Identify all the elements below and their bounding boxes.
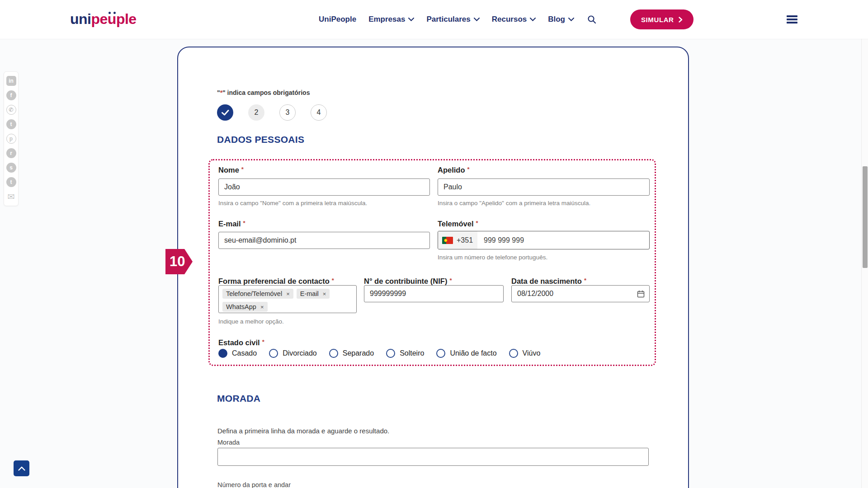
facebook-share-icon[interactable]: f bbox=[6, 90, 16, 100]
contacto-multiselect[interactable]: Telefone/Telemóvel × E-mail × WhatsApp × bbox=[218, 285, 357, 313]
calendar-icon[interactable] bbox=[637, 290, 645, 298]
apelido-label: Apelido* bbox=[438, 166, 470, 174]
nif-input[interactable] bbox=[364, 285, 504, 302]
radio-icon[interactable] bbox=[386, 349, 395, 358]
chevron-down-icon bbox=[530, 18, 536, 21]
main-navigation: UniPeople Empresas Particulares Recursos… bbox=[319, 0, 596, 39]
telemovel-label: Telemóvel* bbox=[438, 220, 478, 228]
radio-solteiro[interactable]: Solteiro bbox=[386, 349, 424, 358]
radio-icon[interactable] bbox=[269, 349, 278, 358]
section-title-dados-pessoais: DADOS PESSOAIS bbox=[217, 134, 304, 145]
telemovel-helper: Insira um número de telefone português. bbox=[438, 254, 547, 261]
step-2[interactable]: 2 bbox=[248, 104, 264, 121]
radio-divorciado[interactable]: Divorciado bbox=[269, 349, 317, 358]
scroll-to-top-button[interactable] bbox=[14, 460, 29, 476]
chip-telefone-telemovel: Telefone/Telemóvel × bbox=[222, 289, 293, 299]
skype-share-icon[interactable]: s bbox=[6, 163, 16, 173]
apelido-helper: Insira o campo "Apelido" com a primeira … bbox=[438, 200, 590, 206]
logo-smiley-u: u bbox=[108, 11, 116, 27]
morada-label: Morada bbox=[217, 439, 240, 446]
morada-input[interactable] bbox=[217, 448, 649, 466]
chevron-down-icon bbox=[408, 18, 414, 21]
highlighted-fields-region: Nome* Apelido* Insira o campo "Nome" com… bbox=[208, 159, 656, 366]
remove-chip-icon[interactable]: × bbox=[323, 291, 326, 297]
wizard-steps: 2 3 4 bbox=[217, 104, 327, 121]
nome-helper: Insira o campo "Nome" com a primeira let… bbox=[218, 200, 367, 206]
step-4[interactable]: 4 bbox=[311, 104, 327, 121]
email-label: E-mail* bbox=[218, 220, 245, 228]
apelido-input[interactable] bbox=[438, 178, 650, 196]
search-icon[interactable] bbox=[587, 15, 596, 24]
remove-chip-icon[interactable]: × bbox=[286, 291, 290, 297]
nome-input[interactable] bbox=[218, 178, 430, 196]
nav-item-empresas[interactable]: Empresas bbox=[368, 15, 414, 24]
nav-item-blog[interactable]: Blog bbox=[548, 15, 574, 24]
contacto-helper: Indique a melhor opção. bbox=[218, 318, 284, 325]
whatsapp-share-icon[interactable]: ✆ bbox=[6, 105, 16, 115]
telemovel-input[interactable] bbox=[477, 236, 649, 244]
tumblr-share-icon[interactable]: t bbox=[6, 177, 16, 187]
nome-label: Nome* bbox=[218, 166, 244, 174]
chevron-down-icon bbox=[568, 18, 574, 21]
unipeople-logo[interactable]: unipeuple bbox=[70, 11, 137, 28]
nif-label: N° de contribuinte (NIF)* bbox=[364, 277, 452, 286]
porta-label: Número da porta e andar bbox=[217, 481, 291, 488]
nav-item-recursos[interactable]: Recursos bbox=[492, 15, 536, 24]
nascimento-input[interactable] bbox=[512, 290, 637, 298]
phone-country-prefix[interactable]: +351 bbox=[438, 231, 477, 249]
linkedin-share-icon[interactable]: in bbox=[6, 76, 16, 86]
telemovel-input-group[interactable]: +351 bbox=[438, 231, 650, 249]
nav-item-unipeople[interactable]: UniPeople bbox=[319, 15, 356, 24]
morada-description: Defina a primeira linha da morada e agua… bbox=[217, 427, 389, 435]
page-scrollbar[interactable] bbox=[861, 0, 868, 488]
radio-selected-icon[interactable] bbox=[218, 349, 227, 358]
radio-icon[interactable] bbox=[509, 349, 518, 358]
pinterest-share-icon[interactable]: p bbox=[6, 134, 16, 144]
chip-email: E-mail × bbox=[297, 289, 330, 299]
radio-icon[interactable] bbox=[436, 349, 445, 358]
contacto-label: Forma preferencial de contacto* bbox=[218, 277, 334, 286]
chevron-down-icon bbox=[474, 18, 480, 21]
nascimento-input-group[interactable] bbox=[511, 285, 650, 302]
remove-chip-icon[interactable]: × bbox=[260, 304, 264, 310]
reddit-share-icon[interactable]: r bbox=[6, 148, 16, 158]
step-3[interactable]: 3 bbox=[279, 104, 296, 121]
estado-civil-label: Estado civil* bbox=[218, 338, 264, 347]
radio-icon[interactable] bbox=[329, 349, 338, 358]
scrollbar-thumb[interactable] bbox=[863, 166, 868, 268]
logo-part: uni bbox=[70, 11, 91, 27]
chip-whatsapp: WhatsApp × bbox=[222, 302, 268, 312]
section-title-morada: MORADA bbox=[217, 393, 260, 404]
phone-country-code: +351 bbox=[457, 236, 473, 244]
social-share-sidebar: in f ✆ t p r s t ✉ bbox=[4, 71, 19, 206]
radio-uniao-de-facto[interactable]: União de facto bbox=[436, 349, 496, 358]
chevron-right-icon bbox=[679, 17, 683, 23]
email-input[interactable] bbox=[218, 232, 430, 249]
estado-civil-radio-group: Casado Divorciado Separado Solteiro Uniã… bbox=[218, 349, 540, 358]
site-header: unipeuple UniPeople Empresas Particulare… bbox=[0, 0, 868, 39]
radio-separado[interactable]: Separado bbox=[329, 349, 374, 358]
email-share-icon[interactable]: ✉ bbox=[6, 192, 16, 202]
twitter-share-icon[interactable]: t bbox=[6, 119, 16, 129]
required-fields-note: "*" indica campos obrigatórios bbox=[217, 89, 310, 96]
check-icon bbox=[222, 110, 229, 116]
radio-casado[interactable]: Casado bbox=[218, 349, 257, 358]
simular-button[interactable]: SIMULAR bbox=[630, 9, 693, 29]
simulation-form-card: "*" indica campos obrigatórios 2 3 4 DAD… bbox=[177, 47, 689, 488]
logo-part: pe bbox=[91, 11, 107, 27]
menu-hamburger-icon[interactable] bbox=[787, 15, 797, 25]
portugal-flag-icon bbox=[442, 237, 453, 244]
step-1-complete[interactable] bbox=[217, 104, 233, 121]
radio-viuvo[interactable]: Viúvo bbox=[509, 349, 541, 358]
nascimento-label: Data de nascimento* bbox=[511, 277, 586, 286]
chevron-up-icon bbox=[18, 466, 25, 471]
nav-item-particulares[interactable]: Particulares bbox=[426, 15, 479, 24]
logo-part: ple bbox=[116, 11, 137, 27]
